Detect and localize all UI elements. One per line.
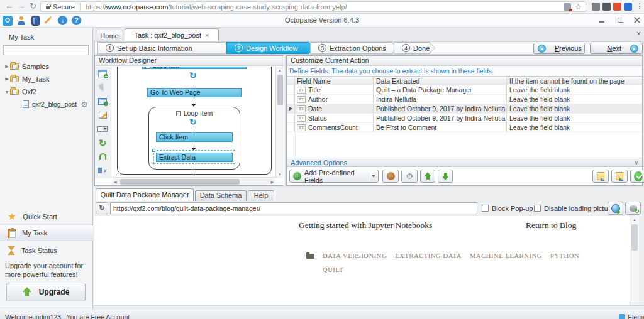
browser-reload-icon[interactable]: ↻ xyxy=(30,1,36,11)
previous-button[interactable]: ◀ Previous xyxy=(533,43,585,54)
collapse-box-icon[interactable] xyxy=(145,67,150,68)
node-go-to-web-page[interactable]: Go To Web Page xyxy=(147,88,242,97)
scroll-up-icon[interactable]: ▲ xyxy=(633,218,636,222)
scrollbar-thumb[interactable] xyxy=(631,224,638,251)
move-field-down-button[interactable] xyxy=(438,170,453,183)
scroll-left-icon[interactable]: ◀ xyxy=(114,180,117,184)
bookmark-star-icon[interactable]: ☆ xyxy=(575,3,582,11)
collapse-arrow-icon[interactable]: ▼ xyxy=(4,90,10,94)
tree-item-samples[interactable]: ▶ Samples xyxy=(0,60,93,73)
row-gutter xyxy=(287,85,295,94)
node-extract-data[interactable]: Extract Data xyxy=(156,153,233,162)
step-design-workflow[interactable]: 2 Design Workflow xyxy=(226,42,314,54)
element-xpath-label[interactable]: Element xPath xyxy=(628,313,644,319)
tag-link[interactable]: QUILT xyxy=(323,266,344,273)
sidebar-item-my-task[interactable]: My Task xyxy=(0,225,93,241)
import-template-button[interactable] xyxy=(592,170,609,183)
scrollbar-thumb[interactable] xyxy=(120,179,240,185)
browser-forward-icon[interactable]: → xyxy=(17,1,25,11)
webpage-vertical-scrollbar[interactable]: ▲ xyxy=(630,216,639,305)
page-refresh-button[interactable]: ↻ xyxy=(96,202,108,214)
table-row-selected[interactable]: TTDate Published October 9, 2017 by Indi… xyxy=(287,104,642,114)
maximize-icon[interactable] xyxy=(618,18,623,23)
close-window-icon[interactable] xyxy=(634,17,640,23)
webpage-heading[interactable]: Getting started with Jupyter Notebooks xyxy=(299,220,432,230)
table-row[interactable]: TTCommentsCount Be First to Comment Leav… xyxy=(287,123,642,132)
extract-data-button[interactable] xyxy=(95,94,110,108)
extension-icon[interactable] xyxy=(624,3,632,11)
expand-arrow-icon[interactable]: ▶ xyxy=(4,64,10,69)
task-settings-gear-icon[interactable]: ⚙ xyxy=(80,100,88,109)
dropdown-arrow-icon[interactable]: ▾ xyxy=(372,173,375,179)
dropdown-field-button[interactable] xyxy=(95,122,110,136)
select-pointer-button[interactable] xyxy=(95,80,110,94)
tag-link[interactable]: MACHINE LEARNING xyxy=(470,252,542,259)
tab-task[interactable]: Task : qxf2_blog_post × xyxy=(125,28,219,41)
sidebar-item-quick-start[interactable]: ★ Quick Start xyxy=(0,208,93,225)
confirm-button[interactable] xyxy=(630,170,644,183)
scroll-up-icon[interactable]: ▲ xyxy=(278,68,282,72)
table-row[interactable]: TTAuthor Indira Nellutla Leave the field… xyxy=(287,95,642,104)
workflow-canvas[interactable]: Loop Item ↻ Go To Web Page Loop Item ↻ C… xyxy=(112,67,275,178)
upgrade-button[interactable]: Upgrade xyxy=(6,283,86,301)
panel-close-icon[interactable]: × xyxy=(636,30,641,38)
step-done[interactable]: 4 Done xyxy=(394,42,435,54)
reload-data-button[interactable]: ↻ xyxy=(625,202,641,215)
scrollbar-thumb[interactable] xyxy=(277,75,283,105)
export-template-button[interactable] xyxy=(611,170,628,183)
extension-icon[interactable] xyxy=(592,3,600,11)
address-bar[interactable]: Secure https://www.octoparse.com/tutoria… xyxy=(40,1,586,12)
extension-icon[interactable] xyxy=(602,3,611,11)
browser-menu-icon[interactable]: ⋮ xyxy=(636,2,643,11)
browser-tab-data-schema[interactable]: Data Schema xyxy=(195,190,247,201)
tag-link[interactable]: DATA VERSIONING xyxy=(323,252,387,259)
expand-arrow-icon[interactable]: ▶ xyxy=(4,77,10,82)
browser-tab-help[interactable]: Help xyxy=(248,190,274,201)
add-predefined-fields-button[interactable]: Add Pre-defined Fields ▾ xyxy=(289,170,379,183)
workflow-vertical-scrollbar[interactable]: ▲ ▼ xyxy=(275,67,284,178)
step-extraction-options[interactable]: 3 Extraction Options xyxy=(310,42,398,54)
block-popup-checkbox[interactable] xyxy=(482,205,489,212)
page-status-badge-icon[interactable] xyxy=(564,3,571,11)
close-tab-icon[interactable]: × xyxy=(205,31,209,39)
advanced-options-bar[interactable]: Advanced Options ∨ xyxy=(287,158,642,167)
remove-field-button[interactable] xyxy=(382,170,399,183)
tab-home[interactable]: Home xyxy=(96,30,123,41)
minimize-icon[interactable] xyxy=(599,21,604,23)
loop-button[interactable]: ↻ xyxy=(95,136,110,149)
chevron-down-icon[interactable]: ∨ xyxy=(634,158,638,167)
browser-tab-page[interactable]: Quilt Data Package Manager xyxy=(96,188,194,201)
table-row[interactable]: TTStatus Published October 9, 2017 by In… xyxy=(287,114,642,123)
extension-icon[interactable] xyxy=(613,3,621,11)
node-click-item[interactable]: Click Item xyxy=(156,132,233,142)
tag-link[interactable]: EXTRACTING DATA xyxy=(395,252,462,259)
collapse-box-icon[interactable] xyxy=(176,111,181,116)
next-button[interactable]: Next ▶ xyxy=(590,43,643,54)
task-search-input[interactable] xyxy=(3,45,89,55)
add-page-button[interactable] xyxy=(95,67,110,80)
open-browser-button[interactable] xyxy=(608,202,623,215)
browser-back-icon[interactable]: ← xyxy=(5,1,13,11)
outer-loop-header[interactable]: Loop Item xyxy=(142,67,247,69)
pointer-options-button[interactable]: ∨ xyxy=(95,163,110,177)
tree-item-qxf2[interactable]: ▼ Qxf2 xyxy=(0,85,93,98)
step-basic-information[interactable]: 1 Set up Basic Information xyxy=(97,42,231,54)
workflow-horizontal-scrollbar[interactable]: ◀ ▶ xyxy=(112,177,275,185)
webpage-view[interactable]: Getting started with Jupyter Notebooks R… xyxy=(94,216,630,305)
enter-text-button[interactable] xyxy=(95,108,110,122)
move-field-up-button[interactable] xyxy=(420,170,435,183)
tree-item-qxf2-blog-post[interactable]: qxf2_blog_post ⚙ xyxy=(0,98,93,111)
field-settings-button[interactable]: ⚙ xyxy=(401,170,418,183)
tag-link[interactable]: PYTHON xyxy=(550,252,579,259)
branch-button[interactable] xyxy=(95,149,110,163)
scroll-down-icon[interactable]: ▼ xyxy=(278,173,282,176)
scroll-right-icon[interactable]: ▶ xyxy=(270,180,274,184)
loop-item-header[interactable]: Loop Item xyxy=(148,109,240,117)
page-url-input[interactable] xyxy=(110,202,477,214)
selection-handle[interactable] xyxy=(152,149,155,152)
tree-item-my-task[interactable]: ▶ My_Task xyxy=(0,73,93,85)
table-row[interactable]: TTTitle Quilt – a Data Package Manager L… xyxy=(287,85,642,95)
disable-pictures-checkbox[interactable] xyxy=(534,205,541,212)
sidebar-item-task-status[interactable]: Task Status xyxy=(0,242,93,259)
return-to-blog-link[interactable]: Return to Blog xyxy=(526,220,576,230)
